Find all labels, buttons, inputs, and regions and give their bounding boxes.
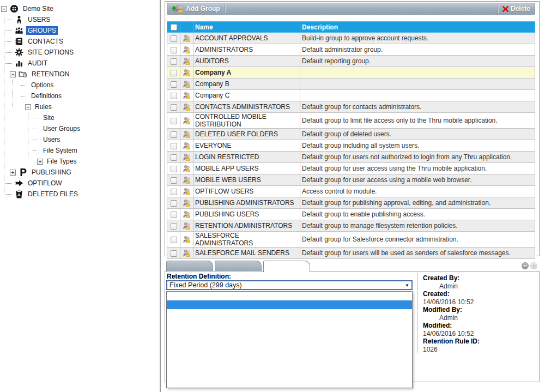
pane-splitter[interactable] xyxy=(160,0,161,392)
retention-definition-select[interactable]: Fixed Period (299 days) ▼ xyxy=(166,280,413,290)
tab-users[interactable] xyxy=(215,261,262,272)
delete-button[interactable]: Delete xyxy=(498,3,535,14)
tab-retention[interactable] xyxy=(263,261,310,272)
tree-item-deleted-files[interactable]: DELETED FILES xyxy=(0,189,160,200)
row-checkbox[interactable] xyxy=(171,118,177,124)
dropdown-option-inactivity-period-0-days-zero-day-rule[interactable] xyxy=(167,327,412,335)
row-checkbox[interactable] xyxy=(171,200,177,207)
row-checkbox[interactable] xyxy=(171,166,177,172)
tree-item-site-options[interactable]: SITE OPTIONS xyxy=(0,47,160,58)
tree-item-user-groups[interactable]: User Groups xyxy=(0,123,160,134)
info-field: Created By: Admin xyxy=(423,274,536,290)
tree-item-file-system[interactable]: File System xyxy=(0,145,160,156)
tree-expander-icon[interactable]: - xyxy=(1,6,7,12)
dropdown-option-fixed-period-30-days-30-day-rule[interactable] xyxy=(167,318,412,327)
tree-item-retention[interactable]: - RETENTION xyxy=(0,69,160,80)
tree-item-label: Demo Site xyxy=(21,4,55,13)
tree-item-label: AUDIT xyxy=(26,59,49,68)
header-name[interactable]: Name xyxy=(193,22,300,33)
row-checkbox[interactable] xyxy=(171,223,177,230)
tree-connector-stub xyxy=(5,20,12,20)
tree-item-optiflow[interactable]: OPTIFLOW xyxy=(0,178,160,189)
row-checkbox[interactable] xyxy=(171,131,177,138)
tree-item-rules[interactable]: - Rules xyxy=(0,101,160,112)
table-row-deleted-user-folders[interactable]: DELETED USER FOLDERS Default group of de… xyxy=(167,129,535,140)
table-row-controlled-mobile-distribution[interactable]: CONTROLLED MOBILE DISTRIBUTION Default g… xyxy=(167,113,535,129)
table-row-account-approvals[interactable]: ACCOUNT APPROVALS Build-in group to appr… xyxy=(167,33,535,44)
tree-item-users[interactable]: Users xyxy=(0,134,160,145)
dropdown-option-no-rule-at-this-level[interactable] xyxy=(167,292,412,300)
table-row-publishing-users[interactable]: PUBLISHING USERS Default group to enable… xyxy=(167,209,535,220)
table-row-salesforce-administrators[interactable]: SALESFORCE ADMINISTRATORS Default group … xyxy=(167,232,535,248)
row-checkbox[interactable] xyxy=(171,58,177,65)
chevron-down-icon: ▼ xyxy=(405,283,409,288)
tree-item-options[interactable]: Options xyxy=(0,80,160,91)
tree-item-publishing[interactable]: + PUBLISHING xyxy=(0,167,160,178)
tree-item-label: DELETED FILES xyxy=(26,190,80,198)
expand-panel-icon[interactable]: + xyxy=(530,262,537,269)
table-row-everyone[interactable]: EVERYONE Default group including all sys… xyxy=(167,140,535,152)
table-row-administrators[interactable]: ADMINISTRATORS Default administrator gro… xyxy=(167,44,535,56)
info-panel-divider xyxy=(417,273,417,353)
tree-item-users[interactable]: USERS xyxy=(0,14,160,25)
tree-item-audit[interactable]: AUDIT xyxy=(0,58,160,69)
table-row-company-b[interactable]: Company B xyxy=(167,79,535,90)
groups-panel: Add Group Delete Name Description ACCOUN… xyxy=(165,1,540,256)
table-row-optiflow-users[interactable]: OPTIFLOW USERS Access control to module. xyxy=(167,186,535,197)
table-row-salesforce-mail-senders[interactable]: SALESFORCE MAIL SENDERS Default group fo… xyxy=(167,248,535,259)
tree-item-file-types[interactable]: + File Types xyxy=(0,156,160,167)
add-group-button[interactable]: Add Group xyxy=(167,3,225,14)
row-checkbox[interactable] xyxy=(171,104,177,111)
dropdown-option-fixed-period-299-days[interactable] xyxy=(167,309,412,318)
tree-item-site[interactable]: Site xyxy=(0,112,160,123)
group-description: Default group including all system users… xyxy=(300,140,535,152)
row-checkbox[interactable] xyxy=(171,93,177,99)
row-checkbox[interactable] xyxy=(171,35,177,42)
dropdown-option-fixed-date-06-14-17[interactable] xyxy=(167,300,412,309)
tree-expander-icon[interactable]: - xyxy=(10,71,16,77)
table-row-contacts-administrators[interactable]: CONTACTS ADMINISTRATORS Default group fo… xyxy=(167,101,535,113)
dropdown-option-inactivity-period-999-days[interactable] xyxy=(167,361,412,370)
table-row-auditors[interactable]: AUDITORS Default reporting group. xyxy=(167,56,535,67)
tree-expander-icon[interactable]: + xyxy=(10,170,16,176)
tree-item-definitions[interactable]: Definitions xyxy=(0,91,160,101)
row-checkbox[interactable] xyxy=(171,143,177,149)
dropdown-option-permanent-restricted[interactable] xyxy=(167,370,412,379)
collapse-panel-icon[interactable]: − xyxy=(522,262,529,269)
table-row-mobile-app-users[interactable]: MOBILE APP USERS Default group for user … xyxy=(167,163,535,174)
table-row-company-a[interactable]: Company A xyxy=(167,67,535,79)
tree-item-contacts[interactable]: CONTACTS xyxy=(0,36,160,47)
header-description[interactable]: Description xyxy=(300,22,535,33)
tree-expander-icon[interactable]: - xyxy=(25,104,31,110)
table-row-retention-administrators[interactable]: RETENTION ADMINISTRATORS Default group t… xyxy=(167,220,535,232)
table-row-publishing-administrators[interactable]: PUBLISHING ADMINISTRATORS Default group … xyxy=(167,197,535,209)
table-row-company-c[interactable]: Company C xyxy=(167,90,535,101)
tree-expander-icon[interactable]: + xyxy=(37,159,43,165)
row-checkbox[interactable] xyxy=(171,47,177,53)
row-checkbox[interactable] xyxy=(171,189,177,195)
row-checkbox[interactable] xyxy=(171,177,177,184)
tree-item-groups[interactable]: GROUPS xyxy=(0,25,160,36)
dropdown-option-add-new-definition[interactable] xyxy=(167,379,412,388)
table-header-row: Name Description xyxy=(167,22,535,33)
dropdown-option-inactivity-period-30-days[interactable] xyxy=(167,353,412,361)
row-checkbox[interactable] xyxy=(171,250,177,257)
row-checkbox[interactable] xyxy=(171,154,177,161)
group-description: Build-in group to approve account reques… xyxy=(300,33,535,44)
row-checkbox[interactable] xyxy=(171,70,177,76)
group-name: MOBILE WEB USERS xyxy=(193,174,300,186)
row-checkbox[interactable] xyxy=(171,237,177,243)
info-value: Admin xyxy=(423,282,536,291)
tree-item-demo-site[interactable]: - Demo Site xyxy=(0,3,160,14)
table-row-mobile-web-users[interactable]: MOBILE WEB USERS Default group for user … xyxy=(167,174,535,186)
row-checkbox[interactable] xyxy=(171,81,177,88)
dropdown-option-inactivity-period-1-days[interactable] xyxy=(167,335,412,344)
select-all-checkbox[interactable] xyxy=(171,24,177,31)
publishing-icon xyxy=(18,168,28,177)
row-checkbox[interactable] xyxy=(171,212,177,218)
group-icon xyxy=(182,236,191,243)
group-icon xyxy=(182,210,191,218)
table-row-login-restricted[interactable]: LOGIN RESTRICTED Default group for users… xyxy=(167,152,535,163)
tab-details[interactable] xyxy=(166,261,213,272)
dropdown-option-inactivity-period-15-days-thru-trial-sites[interactable] xyxy=(167,344,412,353)
